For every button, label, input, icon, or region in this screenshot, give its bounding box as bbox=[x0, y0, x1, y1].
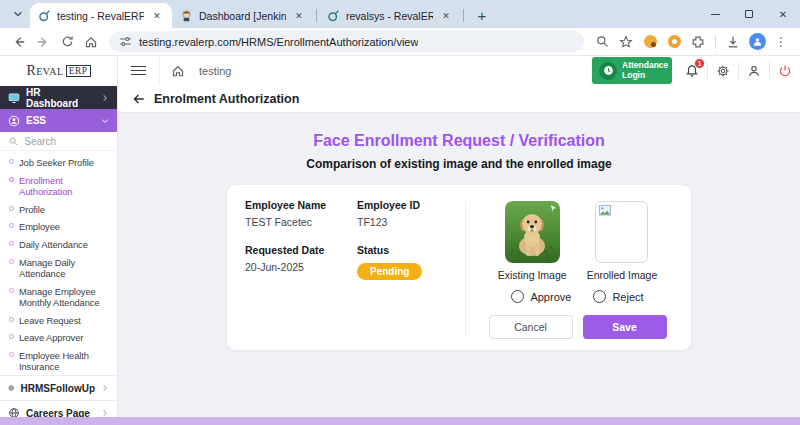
chevron-right-icon bbox=[101, 409, 109, 417]
sidebar-item-label: ESS bbox=[26, 115, 46, 126]
cancel-button[interactable]: Cancel bbox=[489, 315, 573, 339]
logo-box-text: ERP bbox=[66, 65, 91, 77]
sidebar-item-employee-health-insurance[interactable]: Employee Health Insurance bbox=[0, 347, 117, 375]
existing-image-column: Existing Image bbox=[498, 201, 567, 281]
search-icon bbox=[9, 136, 18, 147]
reload-button[interactable] bbox=[56, 31, 78, 53]
reject-radio[interactable]: Reject bbox=[593, 290, 643, 303]
save-button[interactable]: Save bbox=[583, 315, 667, 339]
sidebar-search[interactable] bbox=[0, 132, 117, 151]
logout-button[interactable] bbox=[770, 56, 800, 85]
sidebar-item-label: Manage Daily Attendance bbox=[19, 257, 113, 280]
action-buttons: Cancel Save bbox=[489, 315, 667, 339]
person-icon bbox=[747, 64, 761, 78]
jenkins-favicon-icon bbox=[180, 9, 193, 22]
sidebar-item-profile[interactable]: Profile bbox=[0, 201, 117, 219]
back-button[interactable] bbox=[8, 31, 30, 53]
sidebar-item-label: Leave Request bbox=[19, 315, 81, 326]
extensions-button[interactable] bbox=[687, 31, 709, 53]
sidebar-item-hrms-followup[interactable]: HRMSFollowUp bbox=[0, 375, 117, 400]
page-content: Face Enrollment Request / Verification C… bbox=[118, 113, 800, 425]
kebab-menu-icon: ⋮ bbox=[773, 35, 789, 49]
sidebar-item-label: Employee Health Insurance bbox=[19, 350, 113, 373]
extension-icon bbox=[668, 35, 681, 48]
bullet-icon bbox=[9, 334, 14, 339]
notification-badge: 1 bbox=[694, 58, 705, 69]
extension-2-button[interactable] bbox=[663, 31, 685, 53]
attendance-login-button[interactable]: Attendance Login bbox=[592, 57, 672, 84]
field-status: Status Pending bbox=[357, 244, 465, 280]
horizontal-scrollbar[interactable] bbox=[0, 417, 800, 425]
menu-toggle-button[interactable] bbox=[118, 66, 159, 75]
sidebar-item-leave-request[interactable]: Leave Request bbox=[0, 311, 117, 329]
globe-icon bbox=[8, 382, 15, 394]
page-header: Enrolment Authorization bbox=[118, 85, 800, 113]
field-value: TEST Facetec bbox=[245, 216, 357, 228]
sidebar-item-label: Job Seeker Profile bbox=[19, 157, 94, 168]
status-badge: Pending bbox=[357, 263, 422, 280]
extension-1-button[interactable] bbox=[639, 31, 661, 53]
forward-button[interactable] bbox=[32, 31, 54, 53]
approve-radio[interactable]: Approve bbox=[511, 290, 571, 303]
sidebar: RevalERP HR Dashboard ESS Job Seeker Pro… bbox=[0, 56, 118, 425]
notifications-button[interactable]: 1 bbox=[677, 56, 707, 85]
sidebar-item-daily-attendance[interactable]: Daily Attendance bbox=[0, 236, 117, 254]
close-tab-icon[interactable]: ✕ bbox=[439, 9, 453, 23]
reload-icon bbox=[61, 35, 74, 48]
tab-separator bbox=[316, 9, 317, 22]
bullet-icon bbox=[9, 259, 14, 264]
new-tab-button[interactable]: + bbox=[471, 4, 493, 26]
minimize-button[interactable] bbox=[698, 0, 732, 28]
maximize-button[interactable] bbox=[732, 0, 766, 28]
sidebar-item-job-seeker-profile[interactable]: Job Seeker Profile bbox=[0, 154, 117, 172]
forward-arrow-icon bbox=[36, 35, 50, 49]
profile-button[interactable] bbox=[746, 31, 768, 53]
bullet-icon bbox=[9, 317, 14, 322]
sidebar-item-label: Enrollment Authorization bbox=[19, 175, 113, 198]
settings-button[interactable] bbox=[708, 56, 738, 85]
profile-menu-button[interactable] bbox=[739, 56, 769, 85]
card-divider bbox=[465, 201, 466, 336]
field-label: Employee Name bbox=[245, 199, 357, 211]
url-field[interactable]: testing.revalerp.com/HRMS/EnrollmentAuth… bbox=[109, 31, 584, 52]
enrolled-image-placeholder bbox=[595, 201, 648, 263]
close-window-button[interactable]: ✕ bbox=[766, 0, 800, 28]
close-tab-icon[interactable]: ✕ bbox=[150, 9, 164, 23]
sidebar-item-manage-employee-monthly-attendance[interactable]: Manage Employee Monthly Attendance bbox=[0, 283, 117, 312]
tab-revalerp-enrollment[interactable]: testing - RevalERP - Enrollment ✕ bbox=[30, 3, 172, 28]
attendance-clock-icon bbox=[599, 62, 617, 80]
close-tab-icon[interactable]: ✕ bbox=[292, 9, 306, 23]
zoom-button[interactable] bbox=[591, 31, 613, 53]
sidebar-item-ess[interactable]: ESS bbox=[0, 109, 117, 132]
page-title: Face Enrollment Request / Verification bbox=[118, 132, 800, 150]
bookmark-button[interactable] bbox=[615, 31, 637, 53]
home-nav-button[interactable] bbox=[160, 64, 196, 78]
reject-radio-label: Reject bbox=[612, 291, 643, 303]
sidebar-item-leave-approver[interactable]: Leave Approver bbox=[0, 329, 117, 347]
home-icon bbox=[171, 64, 185, 78]
sidebar-item-hr-dashboard[interactable]: HR Dashboard bbox=[0, 86, 117, 109]
tab-search-button[interactable] bbox=[8, 4, 28, 24]
magnifier-icon bbox=[596, 35, 609, 48]
browser-menu-button[interactable]: ⋮ bbox=[770, 31, 792, 53]
ess-user-icon bbox=[8, 115, 20, 127]
enrolled-image-label: Enrolled Image bbox=[587, 269, 658, 281]
home-button[interactable] bbox=[80, 31, 102, 53]
sidebar-item-label: HRMSFollowUp bbox=[21, 383, 95, 394]
sidebar-item-enrollment-authorization[interactable]: Enrollment Authorization bbox=[0, 172, 117, 201]
employee-details: Employee Name TEST Facetec Employee ID T… bbox=[245, 199, 465, 350]
radio-circle-icon bbox=[593, 290, 606, 303]
approve-radio-label: Approve bbox=[530, 291, 571, 303]
chevron-right-icon bbox=[101, 384, 109, 392]
field-value: 20-Jun-2025 bbox=[245, 261, 357, 273]
tab-jenkins-dashboard[interactable]: Dashboard [Jenkins] ✕ bbox=[172, 3, 314, 28]
back-arrow-icon[interactable] bbox=[131, 92, 145, 106]
sidebar-item-manage-daily-attendance[interactable]: Manage Daily Attendance bbox=[0, 254, 117, 283]
sidebar-item-label: Profile bbox=[19, 204, 45, 215]
search-input[interactable] bbox=[24, 136, 108, 147]
downloads-button[interactable] bbox=[722, 31, 744, 53]
bullet-icon bbox=[9, 241, 14, 246]
sidebar-item-employee[interactable]: Employee bbox=[0, 218, 117, 236]
tab-revalerp-list[interactable]: revalsys - RevalERP List ✕ bbox=[319, 3, 461, 28]
bullet-icon bbox=[9, 223, 14, 228]
